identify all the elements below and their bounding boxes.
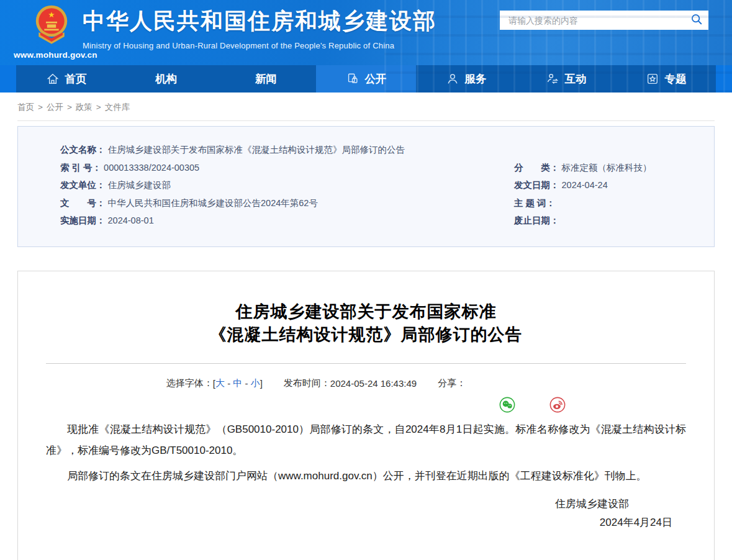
article-container: 住房城乡建设部关于发布国家标准 《混凝土结构设计规范》局部修订的公告 选择字体：… (17, 271, 715, 560)
meta-row-effective-repeal: 实施日期： 2024-08-01 废止日期： (60, 212, 702, 230)
search-button[interactable] (685, 11, 708, 30)
title-divider (46, 363, 686, 364)
article-body: 现批准《混凝土结构设计规范》（GB50010-2010）局部修订的条文，自202… (46, 419, 686, 487)
breadcrumb-disclosure[interactable]: 公开 (47, 102, 63, 112)
font-size-separator: - (242, 378, 250, 389)
meta-value-index-number: 000013338/2024-00305 (104, 163, 199, 173)
interaction-icon (546, 72, 559, 86)
nav-item-topics[interactable]: 专题 (616, 65, 716, 93)
meta-value-category: 标准定额（标准科技） (562, 163, 652, 173)
meta-value-issuing-unit: 住房城乡建设部 (108, 180, 171, 190)
share-wechat-button[interactable] (468, 376, 515, 392)
nav-label: 新闻 (255, 71, 277, 86)
breadcrumb-separator: > (67, 102, 72, 112)
topics-icon (646, 72, 659, 86)
signature-date: 2024年4月24日 (46, 513, 686, 532)
breadcrumb-current: 文件库 (105, 102, 130, 112)
nav-row: 首页 机构 新闻 公开 服务 (0, 65, 732, 93)
meta-label: 分 类： (514, 163, 559, 173)
site-subtitle: Ministry of Housing and Urban-Rural Deve… (83, 41, 436, 50)
nav-label: 公开 (365, 71, 387, 86)
search-input[interactable] (500, 11, 685, 30)
bracket-close: ] (260, 378, 263, 389)
signature-unit: 住房城乡建设部 (46, 495, 686, 513)
national-emblem-icon: ★ (35, 2, 68, 52)
share-label: 分享： (438, 377, 466, 389)
site-url: www.mohurd.gov.cn (14, 50, 97, 60)
services-icon (446, 72, 459, 86)
font-size-label: 选择字体： (166, 377, 213, 389)
nav-item-news[interactable]: 新闻 (216, 65, 316, 93)
meta-row-index-category: 索 引 号： 000013338/2024-00305 分 类： 标准定额（标准… (60, 159, 702, 177)
meta-label: 索 引 号： (60, 163, 101, 173)
nav-item-services[interactable]: 服务 (416, 65, 516, 93)
meta-value-effective-date: 2024-08-01 (108, 215, 154, 225)
meta-label: 实施日期： (60, 215, 106, 225)
font-size-medium[interactable]: 中 (233, 377, 242, 389)
nav-item-organization[interactable]: 机构 (116, 65, 216, 93)
site-title: 中华人民共和国住房和城乡建设部 (83, 6, 436, 37)
nav-label: 互动 (565, 71, 587, 86)
search-box (500, 11, 708, 30)
font-size-large[interactable]: 大 (215, 377, 225, 389)
breadcrumb-separator: > (96, 102, 101, 112)
breadcrumb-home[interactable]: 首页 (17, 102, 34, 112)
home-icon (46, 72, 60, 86)
article-paragraph-2: 局部修订的条文在住房城乡建设部门户网站（www.mohurd.gov.cn）公开… (46, 466, 686, 487)
meta-row-doc-name: 公文名称： 住房城乡建设部关于发布国家标准《混凝土结构设计规范》局部修订的公告 (60, 141, 702, 159)
disclosure-icon (346, 72, 359, 86)
meta-label: 废止日期： (514, 215, 559, 225)
font-size-separator: - (225, 378, 233, 389)
meta-label: 发文单位： (60, 180, 106, 190)
publish-time-value: 2024-05-24 16:43:49 (330, 378, 417, 389)
meta-value-doc-name: 住房城乡建设部关于发布国家标准《混凝土结构设计规范》局部修订的公告 (108, 145, 405, 155)
meta-label: 公文名称： (60, 145, 106, 155)
meta-label: 发文日期： (514, 180, 559, 190)
svg-text:★: ★ (48, 11, 55, 20)
meta-value-doc-number: 中华人民共和国住房和城乡建设部公告2024年第62号 (108, 198, 318, 208)
article-title-line1: 住房城乡建设部关于发布国家标准 (46, 300, 686, 323)
main-nav: 首页 机构 新闻 公开 服务 (16, 65, 716, 93)
nav-item-home[interactable]: 首页 (16, 65, 116, 93)
nav-item-disclosure[interactable]: 公开 (316, 65, 416, 93)
document-meta-panel: 公文名称： 住房城乡建设部关于发布国家标准《混凝土结构设计规范》局部修订的公告 … (17, 126, 715, 247)
nav-label: 专题 (665, 71, 687, 86)
article-title: 住房城乡建设部关于发布国家标准 《混凝土结构设计规范》局部修订的公告 (46, 300, 686, 346)
breadcrumb-policy[interactable]: 政策 (76, 102, 93, 112)
breadcrumb-separator: > (38, 102, 43, 112)
nav-label: 首页 (65, 71, 87, 86)
meta-label: 文 号： (60, 198, 106, 208)
nav-label: 服务 (465, 71, 487, 86)
publish-time-label: 发布时间： (284, 377, 330, 389)
site-header: ★ www.mohurd.gov.cn 中华人民共和国住房和城乡建设部 Mini… (0, 0, 732, 65)
meta-value-issue-date: 2024-04-24 (562, 180, 608, 190)
search-icon (690, 13, 703, 27)
nav-label: 机构 (155, 71, 177, 86)
article-meta-row: 选择字体：[大 - 中 - 小] 发布时间：2024-05-24 16:43:4… (46, 376, 686, 392)
breadcrumb-divider (17, 120, 715, 121)
meta-row-issuer-date: 发文单位： 住房城乡建设部 发文日期： 2024-04-24 (60, 176, 702, 194)
article-title-line2: 《混凝土结构设计规范》局部修订的公告 (46, 323, 686, 346)
share-icons (468, 376, 566, 392)
font-size-small[interactable]: 小 (251, 377, 260, 389)
share-weibo-button[interactable] (518, 376, 566, 392)
meta-label: 主 题 词： (514, 198, 555, 208)
article-paragraph-1: 现批准《混凝土结构设计规范》（GB50010-2010）局部修订的条文，自202… (46, 419, 686, 461)
nav-item-interaction[interactable]: 互动 (516, 65, 616, 93)
meta-row-docnum-keywords: 文 号： 中华人民共和国住房和城乡建设部公告2024年第62号 主 题 词： (60, 194, 702, 212)
breadcrumb: 首页>公开>政策>文件库 (17, 93, 715, 120)
